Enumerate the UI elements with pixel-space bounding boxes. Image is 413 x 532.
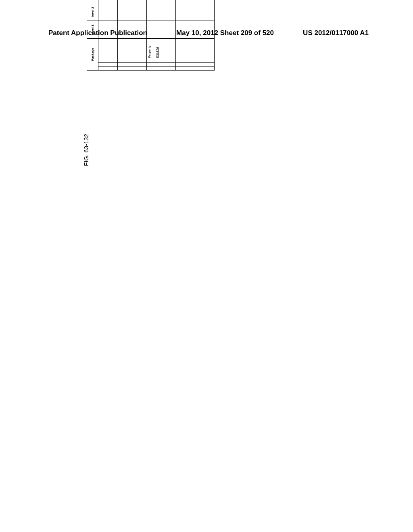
col-package: Package (87, 39, 98, 71)
level-cell (118, 0, 147, 3)
level-cell (118, 21, 147, 38)
package-cell (195, 39, 215, 59)
level-cell (147, 3, 176, 21)
spacer-cell (176, 63, 195, 66)
figure-label: FIG. 63-132 (83, 134, 90, 166)
spacer-cell (98, 59, 118, 62)
package-cell (176, 39, 195, 59)
data-table: Package level 1 level 2 level 3 level 4 … (87, 0, 215, 71)
level-cell (118, 3, 147, 21)
spacer-cell (195, 59, 215, 62)
table-row: Value632482PropertyValue632484 (195, 0, 215, 71)
col-level-3: level 3 (87, 0, 98, 3)
spacer-cell (147, 66, 176, 70)
header-right: US 2012/0117000 A1 (303, 29, 369, 37)
spacer-cell (176, 59, 195, 62)
data-table-wrap: Package level 1 level 2 level 3 level 4 … (87, 0, 215, 71)
spacer-cell (195, 66, 215, 70)
level-cell (195, 3, 215, 21)
level-cell (147, 0, 176, 3)
spacer-cell (147, 59, 176, 62)
table-row: FactorName632466Name632468 (98, 0, 118, 71)
level-cell (98, 0, 118, 3)
level-cell (98, 3, 118, 21)
table-body: FactorName632466Name632468WeightingFacto… (98, 0, 215, 71)
package-cell (98, 39, 118, 59)
table-row: ID632478PropertyID632480 (176, 0, 195, 71)
spacer-cell (118, 63, 147, 66)
figure-prefix: FIG. (83, 154, 90, 166)
spacer-cell (195, 63, 215, 66)
spacer-cell (147, 63, 176, 66)
col-level-1: level 1 (87, 21, 98, 38)
table-header-row: Package level 1 level 2 level 3 level 4 … (87, 0, 98, 71)
level-cell (147, 21, 176, 38)
level-cell (195, 0, 215, 3)
col-level-2: level 2 (87, 3, 98, 21)
level-cell (98, 21, 118, 38)
level-cell (176, 21, 195, 38)
spacer-cell (176, 66, 195, 70)
level-cell (176, 3, 195, 21)
table-row: WeightingFactorValue632470WeightingFacto… (118, 0, 147, 71)
spacer-cell (118, 59, 147, 62)
spacer-cell (118, 66, 147, 70)
level-cell (195, 21, 215, 38)
figure-number: 63-132 (83, 134, 90, 153)
table-row: Property632474Property632476 (147, 0, 176, 71)
spacer-cell (98, 63, 118, 66)
spacer-cell (98, 66, 118, 70)
package-cell: Property632474 (147, 39, 176, 59)
level-cell (176, 0, 195, 3)
package-cell (118, 39, 147, 59)
